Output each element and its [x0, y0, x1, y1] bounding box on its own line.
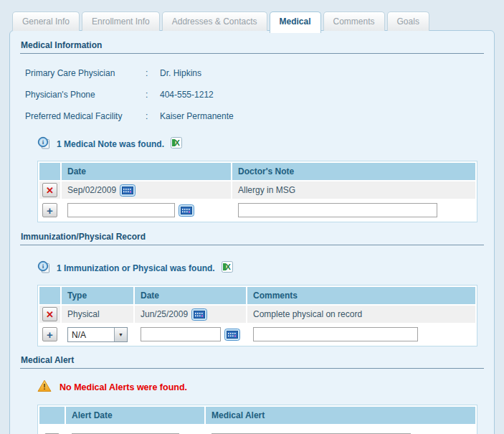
- column-header-type: Type: [62, 287, 133, 304]
- table-new-row: +: [39, 200, 475, 220]
- immunization-found-text: 1 Immunization or Physical was found.: [57, 263, 215, 273]
- medical-note-date-value: Sep/02/2009: [67, 185, 116, 195]
- field-physicians-phone: Physician's Phone : 404-555-1212: [25, 90, 484, 100]
- column-header-date: Date: [62, 163, 231, 180]
- medical-alert-warning-text: No Medical Alerts were found.: [60, 382, 187, 392]
- new-medical-note-date-input[interactable]: [67, 203, 175, 217]
- excel-export-icon[interactable]: X: [171, 137, 182, 151]
- action-column-header: [39, 287, 60, 304]
- table-new-row: + N/A ▼: [39, 324, 475, 344]
- medical-tab-panel: Medical Information Primary Care Physici…: [9, 30, 495, 434]
- immunization-found-row: i 1 Immunization or Physical was found. …: [37, 260, 484, 276]
- svg-text:X: X: [175, 138, 181, 147]
- tab-enrollment-info[interactable]: Enrollment Info: [82, 11, 160, 31]
- immunization-comments-value: Complete physical on record: [247, 306, 475, 323]
- column-header-medical-alert: Medical Alert: [206, 407, 475, 424]
- new-medical-note-text-input[interactable]: [238, 203, 437, 217]
- medical-alert-table: Alert Date Medical Alert +: [37, 405, 477, 434]
- tab-goals[interactable]: Goals: [387, 11, 429, 31]
- add-icon[interactable]: +: [42, 203, 57, 217]
- field-separator: :: [146, 90, 160, 100]
- immunization-type-value: Physical: [62, 306, 133, 323]
- column-header-doctors-note: Doctor's Note: [232, 163, 475, 180]
- table-row: ✕ Sep/02/2009 Allergy in MSG: [39, 181, 475, 199]
- new-immunization-type-select[interactable]: N/A ▼: [67, 327, 128, 342]
- field-label: Preferred Medical Facility: [25, 111, 146, 121]
- action-column-header: [39, 163, 60, 180]
- calendar-icon[interactable]: [179, 204, 194, 217]
- field-value: 404-555-1212: [160, 90, 214, 100]
- table-header-row: Alert Date Medical Alert: [39, 407, 475, 424]
- action-column-header: [39, 407, 65, 424]
- medical-info-fields: Primary Care Physician : Dr. Hipkins Phy…: [25, 68, 484, 121]
- medical-note-found-text: 1 Medical Note was found.: [57, 139, 164, 149]
- tab-comments[interactable]: Comments: [323, 11, 385, 31]
- field-value: Kaiser Permanente: [160, 111, 234, 121]
- warning-icon: !: [37, 379, 52, 395]
- tab-general-info[interactable]: General Info: [12, 11, 80, 31]
- field-primary-care-physician: Primary Care Physician : Dr. Hipkins: [25, 68, 484, 78]
- svg-text:X: X: [225, 263, 231, 271]
- field-separator: :: [146, 68, 160, 78]
- table-row: ✕ Physical Jun/25/2009 Complete physical…: [39, 306, 475, 323]
- table-header-row: Date Doctor's Note: [39, 163, 475, 180]
- section-title-medical-information: Medical Information: [20, 40, 484, 54]
- medical-alert-warning-row: ! No Medical Alerts were found.: [37, 379, 484, 395]
- immunization-date-value: Jun/25/2009: [141, 309, 188, 319]
- excel-export-icon[interactable]: X: [222, 261, 233, 275]
- immunization-table: Type Date Comments ✕ Physical Jun/25/200…: [37, 285, 477, 346]
- medical-note-text-value: Allergy in MSG: [232, 181, 475, 199]
- section-title-medical-alert: Medical Alert: [20, 355, 484, 369]
- calendar-icon[interactable]: [191, 308, 207, 321]
- table-header-row: Type Date Comments: [39, 287, 475, 304]
- column-header-date: Date: [135, 287, 246, 304]
- tab-bar: General Info Enrollment Info Addresses &…: [0, 0, 504, 31]
- chevron-down-icon: ▼: [114, 328, 127, 341]
- delete-icon[interactable]: ✕: [42, 183, 57, 197]
- calendar-icon[interactable]: [120, 184, 135, 197]
- tab-medical[interactable]: Medical: [270, 11, 321, 33]
- selected-type-value: N/A: [68, 328, 114, 341]
- field-label: Physician's Phone: [25, 90, 146, 100]
- delete-icon[interactable]: ✕: [42, 307, 57, 321]
- medical-note-table: Date Doctor's Note ✕ Sep/02/2009 Allergy…: [37, 161, 477, 222]
- field-value: Dr. Hipkins: [160, 68, 201, 78]
- svg-text:!: !: [43, 383, 45, 391]
- new-immunization-date-input[interactable]: [141, 327, 221, 341]
- tab-addresses-contacts[interactable]: Addresses & Contacts: [162, 11, 267, 31]
- table-new-row: +: [39, 425, 475, 434]
- column-header-comments: Comments: [247, 287, 475, 304]
- field-label: Primary Care Physician: [25, 68, 146, 78]
- calendar-icon[interactable]: [224, 329, 240, 341]
- column-header-alert-date: Alert Date: [66, 407, 204, 424]
- info-icon: i: [37, 260, 50, 276]
- field-separator: :: [146, 111, 160, 121]
- add-icon[interactable]: +: [42, 327, 57, 341]
- section-title-immunization: Immunization/Physical Record: [20, 232, 484, 245]
- field-preferred-medical-facility: Preferred Medical Facility : Kaiser Perm…: [25, 111, 484, 121]
- new-immunization-comments-input[interactable]: [253, 327, 418, 341]
- medical-note-found-row: i 1 Medical Note was found. X: [37, 136, 484, 152]
- info-icon: i: [37, 136, 50, 152]
